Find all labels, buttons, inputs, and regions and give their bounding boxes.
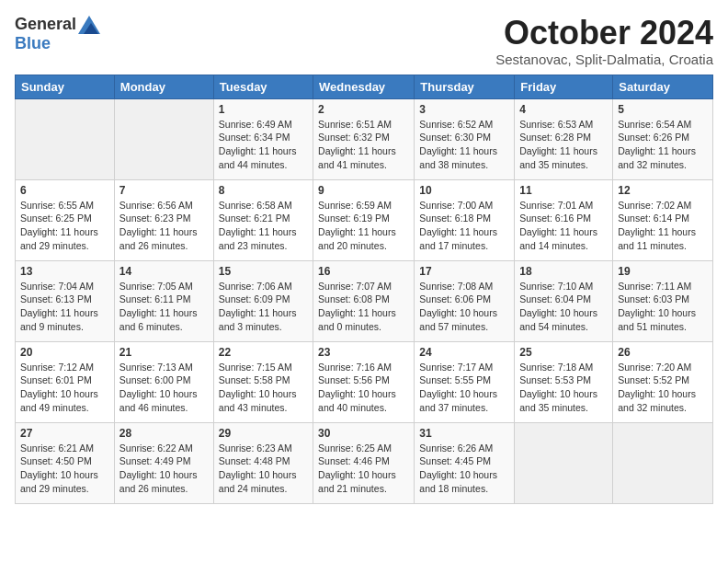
day-number: 28 xyxy=(119,427,209,440)
day-cell-3-4: 24Sunrise: 7:17 AMSunset: 5:55 PMDayligh… xyxy=(415,341,515,422)
day-info: Sunrise: 6:23 AMSunset: 4:48 PMDaylight:… xyxy=(219,442,308,496)
day-number: 11 xyxy=(519,184,608,197)
day-cell-0-0 xyxy=(16,98,115,179)
day-info: Sunrise: 6:59 AMSunset: 6:19 PMDaylight:… xyxy=(318,199,409,253)
day-number: 9 xyxy=(318,184,409,197)
day-cell-3-6: 26Sunrise: 7:20 AMSunset: 5:52 PMDayligh… xyxy=(613,341,713,422)
day-cell-4-3: 30Sunrise: 6:25 AMSunset: 4:46 PMDayligh… xyxy=(313,422,415,503)
logo-general-text: General xyxy=(15,15,76,34)
logo-icon xyxy=(78,16,100,34)
day-cell-4-6 xyxy=(613,422,713,503)
day-cell-2-6: 19Sunrise: 7:11 AMSunset: 6:03 PMDayligh… xyxy=(613,260,713,341)
day-info: Sunrise: 7:05 AMSunset: 6:11 PMDaylight:… xyxy=(119,280,209,334)
calendar-container: General Blue October 2024 Sestanovac, Sp… xyxy=(0,0,728,513)
col-wednesday: Wednesday xyxy=(313,75,415,98)
day-number: 25 xyxy=(519,346,608,359)
day-number: 21 xyxy=(119,346,209,359)
day-info: Sunrise: 7:01 AMSunset: 6:16 PMDaylight:… xyxy=(519,199,608,253)
day-cell-0-3: 2Sunrise: 6:51 AMSunset: 6:32 PMDaylight… xyxy=(313,98,415,179)
calendar-table: Sunday Monday Tuesday Wednesday Thursday… xyxy=(15,75,713,504)
day-number: 6 xyxy=(20,184,109,197)
day-cell-0-4: 3Sunrise: 6:52 AMSunset: 6:30 PMDaylight… xyxy=(415,98,515,179)
day-info: Sunrise: 7:11 AMSunset: 6:03 PMDaylight:… xyxy=(618,280,708,334)
day-number: 15 xyxy=(219,265,308,278)
day-cell-3-0: 20Sunrise: 7:12 AMSunset: 6:01 PMDayligh… xyxy=(16,341,115,422)
day-cell-0-5: 4Sunrise: 6:53 AMSunset: 6:28 PMDaylight… xyxy=(515,98,613,179)
day-number: 27 xyxy=(20,427,109,440)
day-cell-2-4: 17Sunrise: 7:08 AMSunset: 6:06 PMDayligh… xyxy=(415,260,515,341)
day-number: 17 xyxy=(419,265,509,278)
week-row-1: 1Sunrise: 6:49 AMSunset: 6:34 PMDaylight… xyxy=(16,98,713,179)
day-info: Sunrise: 7:15 AMSunset: 5:58 PMDaylight:… xyxy=(219,361,308,415)
day-number: 19 xyxy=(618,265,708,278)
day-number: 18 xyxy=(519,265,608,278)
col-sunday: Sunday xyxy=(16,75,115,98)
day-number: 2 xyxy=(318,103,409,116)
week-row-2: 6Sunrise: 6:55 AMSunset: 6:25 PMDaylight… xyxy=(16,179,713,260)
day-number: 1 xyxy=(219,103,308,116)
month-title: October 2024 xyxy=(495,15,713,52)
week-row-3: 13Sunrise: 7:04 AMSunset: 6:13 PMDayligh… xyxy=(16,260,713,341)
day-cell-2-1: 14Sunrise: 7:05 AMSunset: 6:11 PMDayligh… xyxy=(114,260,213,341)
day-number: 23 xyxy=(318,346,409,359)
day-cell-4-5 xyxy=(515,422,613,503)
day-info: Sunrise: 6:51 AMSunset: 6:32 PMDaylight:… xyxy=(318,118,409,172)
day-info: Sunrise: 7:04 AMSunset: 6:13 PMDaylight:… xyxy=(20,280,109,334)
day-info: Sunrise: 6:58 AMSunset: 6:21 PMDaylight:… xyxy=(219,199,308,253)
day-info: Sunrise: 7:16 AMSunset: 5:56 PMDaylight:… xyxy=(318,361,409,415)
day-info: Sunrise: 6:49 AMSunset: 6:34 PMDaylight:… xyxy=(219,118,308,172)
day-info: Sunrise: 6:21 AMSunset: 4:50 PMDaylight:… xyxy=(20,442,109,496)
day-info: Sunrise: 7:02 AMSunset: 6:14 PMDaylight:… xyxy=(618,199,708,253)
day-number: 29 xyxy=(219,427,308,440)
day-cell-0-2: 1Sunrise: 6:49 AMSunset: 6:34 PMDaylight… xyxy=(213,98,313,179)
day-info: Sunrise: 7:18 AMSunset: 5:53 PMDaylight:… xyxy=(519,361,608,415)
day-cell-1-0: 6Sunrise: 6:55 AMSunset: 6:25 PMDaylight… xyxy=(16,179,115,260)
day-cell-3-2: 22Sunrise: 7:15 AMSunset: 5:58 PMDayligh… xyxy=(213,341,313,422)
day-number: 12 xyxy=(618,184,708,197)
day-cell-3-3: 23Sunrise: 7:16 AMSunset: 5:56 PMDayligh… xyxy=(313,341,415,422)
day-cell-3-1: 21Sunrise: 7:13 AMSunset: 6:00 PMDayligh… xyxy=(114,341,213,422)
day-number: 4 xyxy=(519,103,608,116)
day-info: Sunrise: 6:25 AMSunset: 4:46 PMDaylight:… xyxy=(318,442,409,496)
location: Sestanovac, Split-Dalmatia, Croatia xyxy=(495,52,713,67)
day-info: Sunrise: 7:20 AMSunset: 5:52 PMDaylight:… xyxy=(618,361,708,415)
day-cell-4-0: 27Sunrise: 6:21 AMSunset: 4:50 PMDayligh… xyxy=(16,422,115,503)
day-info: Sunrise: 6:26 AMSunset: 4:45 PMDaylight:… xyxy=(419,442,509,496)
day-cell-2-0: 13Sunrise: 7:04 AMSunset: 6:13 PMDayligh… xyxy=(16,260,115,341)
day-number: 13 xyxy=(20,265,109,278)
day-cell-0-6: 5Sunrise: 6:54 AMSunset: 6:26 PMDaylight… xyxy=(613,98,713,179)
day-cell-1-1: 7Sunrise: 6:56 AMSunset: 6:23 PMDaylight… xyxy=(114,179,213,260)
header-row: Sunday Monday Tuesday Wednesday Thursday… xyxy=(16,75,713,98)
day-number: 31 xyxy=(419,427,509,440)
day-info: Sunrise: 6:54 AMSunset: 6:26 PMDaylight:… xyxy=(618,118,708,172)
day-cell-4-1: 28Sunrise: 6:22 AMSunset: 4:49 PMDayligh… xyxy=(114,422,213,503)
day-info: Sunrise: 7:08 AMSunset: 6:06 PMDaylight:… xyxy=(419,280,509,334)
col-saturday: Saturday xyxy=(613,75,713,98)
day-number: 10 xyxy=(419,184,509,197)
title-section: October 2024 Sestanovac, Split-Dalmatia,… xyxy=(495,15,713,67)
logo: General Blue xyxy=(15,15,100,53)
day-info: Sunrise: 6:55 AMSunset: 6:25 PMDaylight:… xyxy=(20,199,109,253)
day-cell-1-4: 10Sunrise: 7:00 AMSunset: 6:18 PMDayligh… xyxy=(415,179,515,260)
day-number: 7 xyxy=(119,184,209,197)
day-info: Sunrise: 7:17 AMSunset: 5:55 PMDaylight:… xyxy=(419,361,509,415)
day-cell-1-6: 12Sunrise: 7:02 AMSunset: 6:14 PMDayligh… xyxy=(613,179,713,260)
day-number: 3 xyxy=(419,103,509,116)
col-friday: Friday xyxy=(515,75,613,98)
day-cell-4-4: 31Sunrise: 6:26 AMSunset: 4:45 PMDayligh… xyxy=(415,422,515,503)
day-cell-0-1 xyxy=(114,98,213,179)
header: General Blue October 2024 Sestanovac, Sp… xyxy=(15,15,713,67)
col-tuesday: Tuesday xyxy=(213,75,313,98)
week-row-5: 27Sunrise: 6:21 AMSunset: 4:50 PMDayligh… xyxy=(16,422,713,503)
day-cell-3-5: 25Sunrise: 7:18 AMSunset: 5:53 PMDayligh… xyxy=(515,341,613,422)
day-info: Sunrise: 7:13 AMSunset: 6:00 PMDaylight:… xyxy=(119,361,209,415)
day-info: Sunrise: 6:22 AMSunset: 4:49 PMDaylight:… xyxy=(119,442,209,496)
day-number: 16 xyxy=(318,265,409,278)
day-number: 22 xyxy=(219,346,308,359)
day-number: 24 xyxy=(419,346,509,359)
day-cell-1-2: 8Sunrise: 6:58 AMSunset: 6:21 PMDaylight… xyxy=(213,179,313,260)
day-number: 26 xyxy=(618,346,708,359)
day-number: 14 xyxy=(119,265,209,278)
day-info: Sunrise: 7:06 AMSunset: 6:09 PMDaylight:… xyxy=(219,280,308,334)
day-cell-2-5: 18Sunrise: 7:10 AMSunset: 6:04 PMDayligh… xyxy=(515,260,613,341)
